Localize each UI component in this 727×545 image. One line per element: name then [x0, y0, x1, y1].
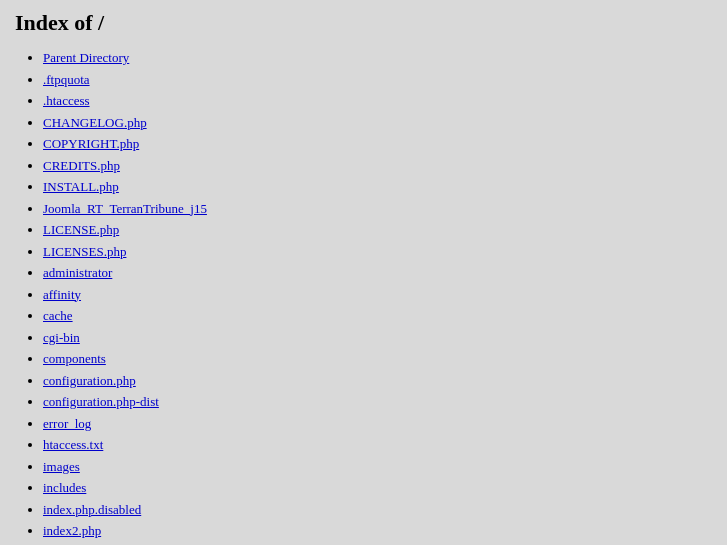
file-link[interactable]: LICENSE.php	[43, 222, 119, 237]
file-link[interactable]: images	[43, 459, 80, 474]
file-link[interactable]: Parent Directory	[43, 50, 129, 65]
file-list: Parent Directory.ftpquota.htaccessCHANGE…	[15, 48, 712, 545]
file-link[interactable]: configuration.php-dist	[43, 394, 159, 409]
file-link[interactable]: administrator	[43, 265, 112, 280]
page-title: Index of /	[15, 10, 712, 36]
list-item: images	[43, 457, 712, 477]
file-link[interactable]: Joomla_RT_TerranTribune_j15	[43, 201, 207, 216]
file-link[interactable]: index.php.disabled	[43, 502, 141, 517]
list-item: htaccess.txt	[43, 435, 712, 455]
list-item: INSTALL.php	[43, 177, 712, 197]
list-item: configuration.php	[43, 371, 712, 391]
file-link[interactable]: components	[43, 351, 106, 366]
list-item: index2.php	[43, 521, 712, 541]
list-item: cache	[43, 306, 712, 326]
list-item: index.php.disabled	[43, 500, 712, 520]
file-link[interactable]: index2.php	[43, 523, 101, 538]
list-item: .htaccess	[43, 91, 712, 111]
file-link[interactable]: error_log	[43, 416, 91, 431]
file-link[interactable]: COPYRIGHT.php	[43, 136, 139, 151]
list-item: .ftpquota	[43, 70, 712, 90]
list-item: administrator	[43, 263, 712, 283]
list-item: configuration.php-dist	[43, 392, 712, 412]
list-item: Joomla_RT_TerranTribune_j15	[43, 199, 712, 219]
file-link[interactable]: configuration.php	[43, 373, 136, 388]
list-item: LICENSES.php	[43, 242, 712, 262]
list-item: includes	[43, 478, 712, 498]
list-item: CREDITS.php	[43, 156, 712, 176]
list-item: CHANGELOG.php	[43, 113, 712, 133]
list-item: affinity	[43, 285, 712, 305]
file-link[interactable]: cgi-bin	[43, 330, 80, 345]
file-link[interactable]: INSTALL.php	[43, 179, 119, 194]
list-item: LICENSE.php	[43, 220, 712, 240]
file-link[interactable]: affinity	[43, 287, 81, 302]
file-link[interactable]: CHANGELOG.php	[43, 115, 147, 130]
list-item: COPYRIGHT.php	[43, 134, 712, 154]
file-link[interactable]: .htaccess	[43, 93, 90, 108]
file-link[interactable]: includes	[43, 480, 86, 495]
list-item: Parent Directory	[43, 48, 712, 68]
file-link[interactable]: CREDITS.php	[43, 158, 120, 173]
file-link[interactable]: htaccess.txt	[43, 437, 103, 452]
list-item: cgi-bin	[43, 328, 712, 348]
list-item: error_log	[43, 414, 712, 434]
list-item: components	[43, 349, 712, 369]
file-link[interactable]: LICENSES.php	[43, 244, 126, 259]
file-link[interactable]: .ftpquota	[43, 72, 90, 87]
file-link[interactable]: cache	[43, 308, 73, 323]
